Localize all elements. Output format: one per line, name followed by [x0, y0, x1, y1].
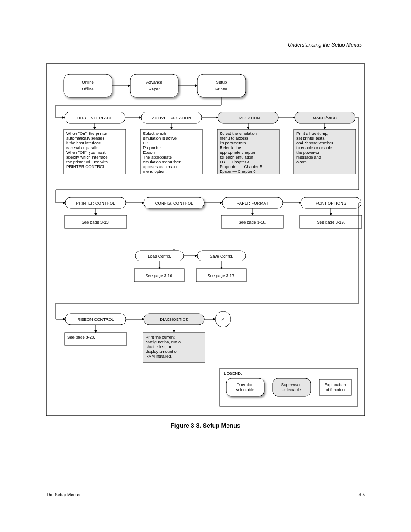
svg-text:selectable: selectable — [283, 387, 301, 392]
svg-text:ACTIVE EMULATION: ACTIVE EMULATION — [152, 115, 191, 120]
svg-text:When "On", the printer: When "On", the printer — [66, 131, 107, 136]
svg-text:is serial or parallel.: is serial or parallel. — [66, 145, 100, 150]
svg-text:EMULATION: EMULATION — [237, 115, 260, 120]
svg-text:appears as a main: appears as a main — [143, 164, 177, 169]
svg-text:message and: message and — [296, 155, 321, 159]
svg-text:Epson: Epson — [143, 150, 155, 155]
svg-text:selectable: selectable — [236, 387, 255, 392]
top-key-0 — [64, 74, 112, 97]
svg-text:the power-on: the power-on — [296, 150, 320, 155]
svg-text:Setup: Setup — [216, 80, 227, 84]
svg-text:of function: of function — [326, 387, 345, 392]
svg-text:PRINTER CONTROL: PRINTER CONTROL — [76, 201, 115, 205]
svg-text:HOST INTERFACE: HOST INTERFACE — [77, 115, 112, 120]
svg-text:PAPER FORMAT: PAPER FORMAT — [237, 201, 268, 205]
svg-text:When "Off", you must: When "Off", you must — [66, 150, 106, 155]
svg-text:display amount of: display amount of — [146, 349, 178, 354]
svg-text:DIAGNOSTICS: DIAGNOSTICS — [160, 317, 188, 322]
legend: LEGEND: Operator- selectable Supervisor-… — [220, 368, 358, 406]
svg-text:RAM installed.: RAM installed. — [146, 354, 172, 358]
svg-text:Proprinter — Chapter 5: Proprinter — Chapter 5 — [220, 164, 262, 169]
svg-text:Offline: Offline — [82, 87, 93, 91]
svg-text:MAINT/MISC: MAINT/MISC — [313, 115, 337, 120]
svg-text:Select the emulation: Select the emulation — [220, 131, 257, 136]
svg-text:the printer will use with: the printer will use with — [66, 159, 108, 164]
svg-text:Print the current: Print the current — [146, 335, 175, 339]
figure-caption: Figure 3-3. Setup Menus — [171, 422, 240, 429]
svg-text:emulation menu then: emulation menu then — [143, 159, 181, 164]
svg-text:See page 3-13.: See page 3-13. — [82, 220, 110, 224]
svg-text:A: A — [222, 317, 225, 322]
svg-text:Online: Online — [82, 80, 93, 84]
svg-text:See page 3-23.: See page 3-23. — [67, 335, 95, 339]
svg-text:emulation is active:: emulation is active: — [143, 136, 178, 140]
svg-text:The appropriate: The appropriate — [143, 155, 172, 159]
svg-text:LEGEND:: LEGEND: — [224, 371, 242, 376]
svg-text:if the host interface: if the host interface — [66, 140, 101, 145]
svg-text:automatically senses: automatically senses — [66, 136, 104, 140]
svg-text:PRINTER CONTROL.: PRINTER CONTROL. — [66, 164, 106, 169]
svg-text:configuration, run a: configuration, run a — [146, 339, 181, 344]
svg-text:Print a hex dump,: Print a hex dump, — [296, 131, 328, 136]
svg-text:Explanation: Explanation — [324, 382, 346, 387]
svg-text:Select which: Select which — [143, 131, 166, 136]
top-key-1 — [130, 74, 178, 97]
svg-text:CONFIG. CONTROL: CONFIG. CONTROL — [155, 201, 193, 205]
svg-text:alarm.: alarm. — [296, 159, 308, 164]
svg-text:Operator-: Operator- — [237, 382, 254, 387]
svg-text:shuttle test, or: shuttle test, or — [146, 344, 171, 349]
svg-text:See page 3-18.: See page 3-18. — [239, 220, 267, 224]
svg-text:Supervisor-: Supervisor- — [281, 382, 302, 387]
svg-text:and choose whether: and choose whether — [296, 140, 333, 145]
svg-text:LG: LG — [143, 140, 149, 145]
svg-text:Refer to the: Refer to the — [220, 145, 241, 150]
svg-text:FONT OPTIONS: FONT OPTIONS — [315, 201, 346, 205]
svg-text:for each emulation.: for each emulation. — [220, 155, 255, 159]
svg-text:See page 3-17.: See page 3-17. — [208, 273, 236, 278]
svg-text:Advance: Advance — [146, 80, 162, 84]
svg-text:Printer: Printer — [215, 87, 227, 91]
svg-text:menu option.: menu option. — [143, 169, 167, 174]
svg-text:Proprinter: Proprinter — [143, 145, 161, 150]
svg-text:set printer tests,: set printer tests, — [296, 136, 326, 140]
svg-text:Paper: Paper — [149, 87, 159, 91]
footer-left: The Setup Menus — [46, 492, 80, 497]
svg-text:its parameters.: its parameters. — [220, 140, 247, 145]
svg-text:See page 3-19.: See page 3-19. — [317, 220, 345, 224]
svg-text:Load Config.: Load Config. — [148, 254, 171, 258]
svg-text:to enable or disable: to enable or disable — [296, 145, 332, 150]
footer-right: 3-5 — [359, 492, 365, 497]
top-key-2 — [197, 74, 246, 97]
header-right: Understanding the Setup Menus — [288, 42, 362, 48]
svg-text:appropriate chapter: appropriate chapter — [220, 150, 255, 155]
svg-text:LG — Chapter 4: LG — Chapter 4 — [220, 159, 249, 164]
svg-text:menu to access: menu to access — [220, 136, 249, 140]
svg-text:RIBBON CONTROL: RIBBON CONTROL — [77, 317, 114, 322]
svg-text:Epson — Chapter 6: Epson — Chapter 6 — [220, 169, 255, 174]
svg-text:See page 3-16.: See page 3-16. — [146, 273, 174, 278]
svg-text:specify which interface: specify which interface — [66, 155, 108, 159]
svg-text:Save Config.: Save Config. — [210, 254, 233, 258]
diagram-canvas: Understanding the Setup Menus Figure 3-3… — [0, 0, 411, 532]
